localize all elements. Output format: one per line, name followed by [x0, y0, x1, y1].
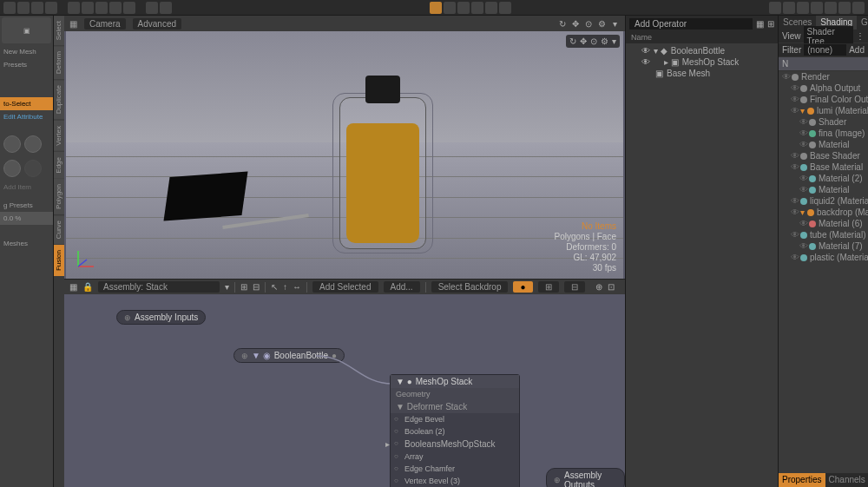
mode-icon[interactable] [471, 2, 483, 14]
panel-icon[interactable]: ⊞ [767, 19, 774, 29]
tool-icon[interactable] [95, 2, 108, 14]
mode-icon[interactable] [485, 2, 497, 14]
tool-sphere-icon[interactable] [3, 135, 21, 153]
tool-icon[interactable] [123, 2, 135, 14]
shading-tree-row[interactable]: 👁Shader [779, 116, 868, 128]
edit-attribute-item[interactable]: Edit Attribute [0, 110, 53, 123]
tab-groups[interactable]: Groups [857, 16, 868, 30]
view-menu-icon[interactable]: ⋮ [856, 31, 865, 41]
tool-icon[interactable] [3, 2, 16, 14]
vtab-vertex[interactable]: Vertex [54, 121, 64, 151]
add-button[interactable]: Add [849, 45, 865, 55]
vtab-polygon[interactable]: Polygon [54, 179, 64, 214]
node-arrow-icon[interactable]: ↑ [283, 282, 287, 292]
auto-select-item[interactable]: to-Select [0, 97, 53, 110]
btab-channels[interactable]: Channels [825, 473, 868, 487]
mode-icon[interactable] [499, 2, 511, 14]
vtab-curve[interactable]: Curve [54, 215, 64, 244]
tool-icon[interactable] [68, 2, 80, 14]
shading-tree-row[interactable]: 👁liquid2 (Material) [779, 195, 868, 207]
shading-tree-row[interactable]: 👁Base Material [779, 161, 868, 173]
tool-icon[interactable] [146, 2, 158, 14]
mode-icon[interactable] [457, 2, 470, 14]
shading-tree-row[interactable]: 👁Base Shader [779, 150, 868, 161]
layout-icon[interactable] [838, 2, 851, 14]
add-operator-dropdown[interactable]: Add Operator [629, 18, 753, 30]
tool-icon[interactable] [160, 2, 172, 14]
axis-gizmo-icon[interactable] [73, 246, 99, 272]
vtab-edge[interactable]: Edge [54, 152, 64, 179]
add-selected-button[interactable]: Add Selected [312, 281, 378, 293]
node-arrow-icon[interactable]: ↔ [293, 282, 301, 292]
advanced-dropdown[interactable]: Advanced [133, 18, 181, 30]
shading-tree-row[interactable]: 👁Material [779, 184, 868, 195]
layout-icon[interactable] [811, 2, 823, 14]
node-zoom-icon[interactable]: ⊕ [595, 282, 602, 292]
add-item[interactable]: Add Item [0, 181, 53, 194]
btab-properties[interactable]: Properties [779, 473, 825, 487]
node-graph[interactable]: Assembly Inputs ▼ ◉BooleanBottle● ▼ ●Mes… [64, 294, 625, 487]
layout-icon[interactable] [852, 2, 865, 14]
layout-icon[interactable] [825, 2, 837, 14]
shading-tree-row[interactable]: 👁fina (Image) [779, 128, 868, 139]
shading-tree-row[interactable]: 👁Material (2) [779, 173, 868, 184]
percent-field[interactable]: 0.0 % [0, 212, 53, 225]
presets2-label[interactable]: g Presets [0, 199, 53, 212]
layout-icon[interactable] [783, 2, 795, 14]
node-layout-icon[interactable]: ⊟ [253, 282, 260, 292]
layout-icon[interactable] [769, 2, 781, 14]
node-boolean-bottle[interactable]: ▼ ◉BooleanBottle● [233, 348, 345, 363]
shading-tree[interactable]: 👁Render👁Alpha Output👁Final Color Output👁… [779, 71, 868, 473]
node-assembly-inputs[interactable]: Assembly Inputs [116, 310, 206, 325]
shading-tree-row[interactable]: 👁plastic (Material) [779, 252, 868, 263]
shading-tree-row[interactable]: 👁Render [779, 71, 868, 82]
node-fit-icon[interactable]: ⊡ [608, 282, 615, 292]
vp-dropdown-icon[interactable]: ▾ [609, 18, 620, 29]
vp-settings-icon[interactable]: ⚙ [596, 18, 607, 29]
node-lock-icon[interactable]: 🔒 [82, 282, 93, 292]
tool-icon[interactable] [31, 2, 43, 14]
node-mode-button[interactable]: ⊟ [564, 281, 585, 293]
mode-icon[interactable] [430, 2, 442, 14]
shading-tree-row[interactable]: 👁Final Color Output [779, 94, 868, 105]
new-mesh-thumb[interactable]: ▣ [2, 17, 51, 43]
shading-tree-row[interactable]: 👁Material [779, 139, 868, 150]
assembly-dropdown[interactable]: Assembly: Stack [98, 281, 220, 293]
node-arrow-icon[interactable]: ↖ [271, 282, 278, 292]
vtab-duplicate[interactable]: Duplicate [54, 80, 64, 119]
shading-tree-row[interactable]: 👁Material (7) [779, 240, 868, 252]
add-button[interactable]: Add... [384, 281, 420, 293]
vp-zoom-icon[interactable]: ⊙ [583, 18, 594, 29]
presets-label[interactable]: Presets [0, 58, 53, 71]
tool-sphere-icon[interactable] [24, 160, 42, 177]
shading-tree-row[interactable]: 👁▾lumi (Material) [779, 105, 868, 116]
node-menu-icon[interactable]: ▦ [69, 282, 77, 292]
node-meshop-stack[interactable]: ▼ ●MeshOp Stack Geometry ▼ Deformer Stac… [390, 374, 520, 487]
tool-icon[interactable] [109, 2, 122, 14]
viewport-menu-icon[interactable]: ▦ [69, 19, 77, 29]
vtab-fusion[interactable]: Fusion [54, 245, 64, 276]
camera-dropdown[interactable]: Camera [84, 18, 126, 30]
panel-icon[interactable]: ▦ [756, 19, 764, 29]
tool-icon[interactable] [45, 2, 57, 14]
node-nav-icon[interactable]: ▾ [225, 282, 229, 292]
outliner-tree[interactable]: 👁▾ ◆BooleanBottle 👁▸ ▣MeshOp Stack ▣Base… [626, 43, 778, 487]
meshes-label[interactable]: Meshes [0, 237, 53, 250]
vp-pan-icon[interactable]: ✥ [570, 18, 581, 29]
shading-tree-row[interactable]: 👁tube (Material) [779, 229, 868, 240]
tool-sphere-icon[interactable] [3, 160, 21, 177]
select-backdrop-button[interactable]: Select Backdrop [431, 281, 509, 293]
shading-tree-row[interactable]: 👁▾backdrop (Material) [779, 207, 868, 218]
tool-sphere-icon[interactable] [24, 135, 42, 153]
tool-icon[interactable] [82, 2, 94, 14]
viewport-3d[interactable]: ↻✥⊙⚙▾ No Items Polygons | Face Deformers… [66, 31, 623, 279]
layout-icon[interactable] [797, 2, 809, 14]
shading-tree-row[interactable]: 👁Alpha Output [779, 82, 868, 94]
vtab-select[interactable]: Select [54, 16, 64, 45]
vtab-deform[interactable]: Deform [54, 46, 64, 79]
node-mode-button[interactable]: ⊞ [538, 281, 559, 293]
filter-dropdown[interactable]: (none) [804, 44, 846, 56]
mode-icon[interactable] [444, 2, 456, 14]
viewport-nav-widget[interactable]: ↻✥⊙⚙▾ [566, 35, 620, 48]
vp-rotate-icon[interactable]: ↻ [557, 18, 568, 29]
